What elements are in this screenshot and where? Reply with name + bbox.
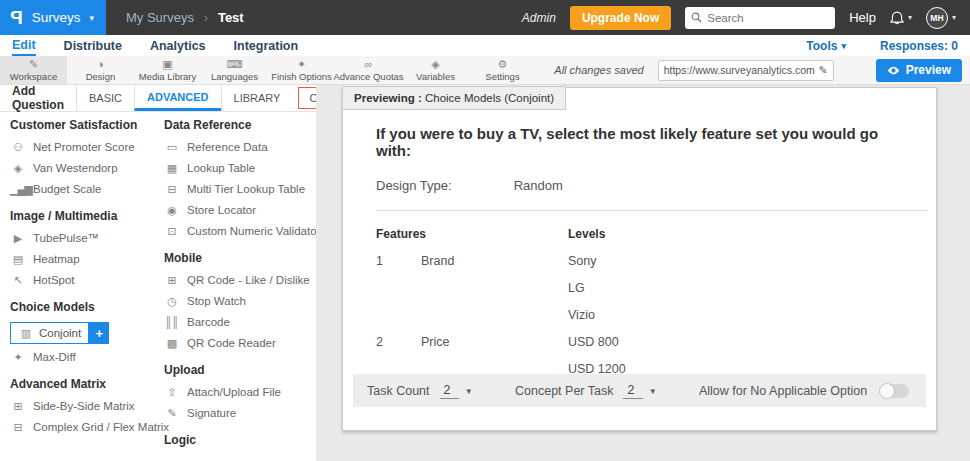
tab-distribute[interactable]: Distribute — [64, 35, 122, 56]
surveys-menu[interactable]: P Surveys ▾ — [0, 0, 106, 35]
tools-dropdown[interactable]: Tools▾ — [806, 39, 846, 53]
question-text: If you were to buy a TV, select the most… — [376, 125, 916, 159]
item-label: QR Code Reader — [187, 337, 276, 349]
sidebar-item-max-diff[interactable]: ✦ Max-Diff — [10, 350, 158, 364]
sidebar-item-complex-grid[interactable]: ⊟ Complex Grid / Flex Matrix — [10, 420, 158, 434]
previewing-header: Previewing : Choice Models (Conjoint) — [342, 86, 566, 110]
editor-toolbar: ✎ Workspace ◑ Design ▣ Media Library ⌨ L… — [0, 56, 970, 85]
sidebar-item-attach-upload-file[interactable]: ⇧ Attach/Upload File — [164, 385, 316, 399]
sidebar-item-custom-numeric-validator[interactable]: ⊡ Custom Numeric Validator — [164, 224, 316, 238]
item-label: Budget Scale — [33, 183, 101, 195]
product-name: Surveys — [32, 10, 81, 25]
sidebar-item-barcode[interactable]: ║║ Barcode — [164, 315, 316, 329]
survey-url-input[interactable] — [664, 64, 816, 76]
sidebar-item-van-westendorp[interactable]: ◈ Van Westendorp — [10, 161, 158, 175]
notifications-menu[interactable]: ▾ — [890, 10, 912, 25]
toolbar-label: Finish Options — [271, 71, 332, 82]
section-choice-models: Choice Models ▥ Conjoint + ✦ Max-Diff — [10, 300, 158, 364]
finish-options-wand-icon: ✦ — [297, 59, 306, 70]
item-label: QR Code - Like / Dislike — [187, 274, 310, 286]
toolbar-media-library[interactable]: ▣ Media Library — [134, 56, 201, 84]
features-header: Features — [376, 227, 568, 241]
advance-quotas-chain-icon: ∞ — [365, 59, 373, 70]
toolbar-settings[interactable]: ⚙ Settings — [469, 56, 536, 84]
gear-icon: ⚙ — [498, 59, 508, 70]
sidebar-item-signature[interactable]: ✎ Signature — [164, 406, 316, 420]
concept-per-task-dropdown[interactable]: 2 ▾ — [623, 383, 654, 399]
section-logic: Logic — [164, 433, 316, 447]
concept-per-task-value: 2 — [623, 383, 643, 399]
tab-integration[interactable]: Integration — [234, 35, 299, 56]
account-menu[interactable]: MH ▾ — [926, 7, 956, 29]
tab-basic[interactable]: BASIC — [76, 85, 134, 111]
tab-library[interactable]: LIBRARY — [221, 85, 293, 111]
save-status: All changes saved — [554, 64, 643, 76]
conjoint-preview-card: Previewing : Choice Models (Conjoint) If… — [342, 87, 937, 431]
item-label: Max-Diff — [33, 351, 76, 363]
chevron-down-icon: ▾ — [89, 13, 94, 23]
sidebar-item-qr-like-dislike[interactable]: ⊞ QR Code - Like / Dislike — [164, 273, 316, 287]
media-library-icon: ▣ — [162, 59, 172, 70]
item-label: Store Locator — [187, 204, 256, 216]
nav-right: Tools▾ Responses: 0 — [806, 39, 958, 53]
toolbar-workspace[interactable]: ✎ Workspace — [0, 56, 67, 84]
feature-name: Price — [421, 335, 568, 349]
tab-advanced[interactable]: ADVANCED — [134, 85, 221, 111]
map-pin-icon: ◉ — [164, 204, 179, 217]
responses-count[interactable]: Responses: 0 — [880, 39, 958, 53]
preview-button[interactable]: Preview — [876, 59, 962, 82]
section-title: Data Reference — [164, 118, 316, 132]
sidebar-item-multi-tier-lookup-table[interactable]: ⊟ Multi Tier Lookup Table — [164, 182, 316, 196]
item-label: Attach/Upload File — [187, 386, 281, 398]
conjoint-box[interactable]: ▥ Conjoint — [10, 322, 89, 344]
sidebar-item-store-locator[interactable]: ◉ Store Locator — [164, 203, 316, 217]
item-label: Signature — [187, 407, 236, 419]
sidebar-item-lookup-table[interactable]: ▦ Lookup Table — [164, 161, 316, 175]
barcode-icon: ║║ — [164, 316, 179, 328]
toolbar-advance-quotas[interactable]: ∞ Advance Quotas — [335, 56, 402, 84]
sidebar-item-stop-watch[interactable]: ◷ Stop Watch — [164, 294, 316, 308]
upgrade-now-button[interactable]: Upgrade Now — [570, 6, 671, 30]
conjoint-columns-icon: ▥ — [18, 327, 33, 340]
bell-icon — [890, 10, 904, 25]
toolbar-finish-options[interactable]: ✦ Finish Options — [268, 56, 335, 84]
sidebar-item-conjoint-selected[interactable]: ▥ Conjoint + — [10, 322, 109, 344]
breadcrumb-my-surveys[interactable]: My Surveys — [126, 10, 194, 25]
search-input[interactable] — [707, 12, 817, 24]
breadcrumb-survey-title[interactable]: Test — [218, 10, 244, 25]
task-count-dropdown[interactable]: 2 ▾ — [440, 383, 471, 399]
top-bar: P Surveys ▾ My Surveys › Test Admin Upgr… — [0, 0, 970, 35]
item-label: HotSpot — [33, 274, 75, 286]
toolbar-design[interactable]: ◑ Design — [67, 56, 134, 84]
item-label: Conjoint — [39, 327, 81, 339]
previewing-question-type: Choice Models (Conjoint) — [422, 92, 554, 104]
toolbar-languages[interactable]: ⌨ Languages — [201, 56, 268, 84]
tab-analytics[interactable]: Analytics — [150, 35, 206, 56]
sidebar-item-heatmap[interactable]: ▤ Heatmap — [10, 252, 158, 266]
section-title: Advanced Matrix — [10, 377, 158, 391]
sidebar-item-tubepulse[interactable]: ▶ TubePulse™ — [10, 231, 158, 245]
sidebar-item-hotspot[interactable]: ↖ HotSpot — [10, 273, 158, 287]
table-row: LG — [376, 274, 928, 301]
sidebar-item-net-promoter-score[interactable]: ⚇ Net Promoter Score — [10, 140, 158, 154]
sidebar-item-qr-code-reader[interactable]: ▩ QR Code Reader — [164, 336, 316, 350]
stacked-table-icon: ⊟ — [164, 183, 179, 196]
toolbar-label: Languages — [211, 71, 258, 82]
sidebar-item-budget-scale[interactable]: ▁▄▆ Budget Scale — [10, 182, 158, 196]
tab-edit[interactable]: Edit — [12, 35, 36, 56]
concept-per-task-label: Concept Per Task — [515, 384, 613, 398]
topbar-right: Admin Upgrade Now Help ▾ MH ▾ — [522, 6, 970, 30]
divider — [376, 210, 928, 211]
preview-area: Previewing : Choice Models (Conjoint) If… — [316, 85, 970, 461]
task-count-label: Task Count — [367, 384, 430, 398]
sidebar-item-reference-data[interactable]: ▭ Reference Data — [164, 140, 316, 154]
add-conjoint-button[interactable]: + — [89, 322, 109, 344]
sidebar-item-side-by-side-matrix[interactable]: ⊞ Side-By-Side Matrix — [10, 399, 158, 413]
help-link[interactable]: Help — [849, 10, 876, 25]
edit-url-pencil-icon[interactable]: ✎ — [818, 64, 827, 77]
preview-label: Preview — [906, 63, 951, 77]
no-applicable-option-toggle[interactable] — [879, 384, 909, 398]
toolbar-variables[interactable]: ◈ Variables — [402, 56, 469, 84]
section-image-multimedia: Image / Multimedia ▶ TubePulse™ ▤ Heatma… — [10, 209, 158, 287]
numeric-validator-icon: ⊡ — [164, 225, 179, 238]
